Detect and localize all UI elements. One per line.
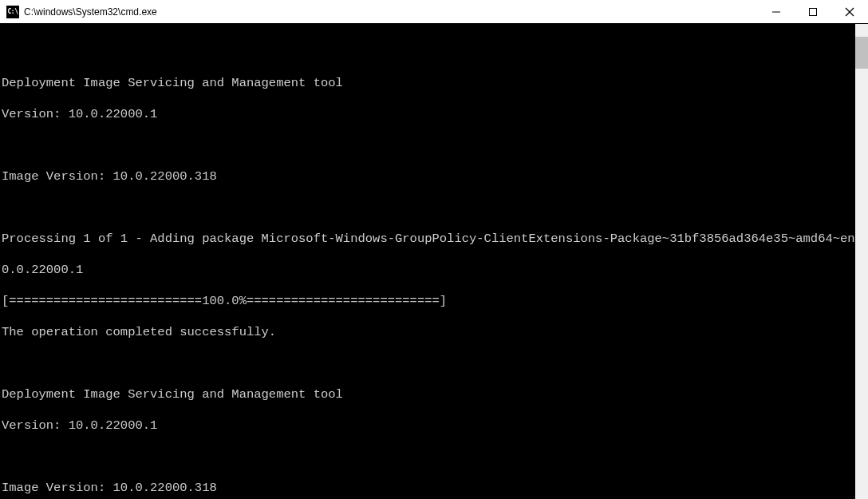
- scrollbar-thumb[interactable]: [855, 37, 868, 69]
- vertical-scrollbar[interactable]: [855, 24, 868, 499]
- terminal-output[interactable]: Deployment Image Servicing and Managemen…: [0, 24, 868, 499]
- image-version: Image Version: 10.0.22000.318: [2, 481, 868, 497]
- blank-line: [2, 449, 868, 465]
- window-title: C:\windows\System32\cmd.exe: [24, 6, 157, 18]
- blank-line: [2, 356, 868, 372]
- progress-bar: [==========================100.0%=======…: [2, 294, 868, 310]
- blank-line: [2, 138, 868, 154]
- processing-line: Processing 1 of 1 - Adding package Micro…: [2, 232, 868, 248]
- minimize-button[interactable]: [758, 0, 795, 24]
- blank-line: [2, 45, 868, 61]
- operation-success: The operation completed successfully.: [2, 325, 868, 341]
- image-version: Image Version: 10.0.22000.318: [2, 169, 868, 185]
- blank-line: [2, 200, 868, 216]
- minimize-icon: [772, 8, 780, 16]
- titlebar[interactable]: C:\ C:\windows\System32\cmd.exe: [0, 0, 868, 24]
- dism-heading: Deployment Image Servicing and Managemen…: [2, 76, 868, 92]
- maximize-icon: [809, 8, 817, 16]
- app-icon: C:\: [6, 6, 19, 18]
- svg-rect-1: [810, 8, 817, 15]
- dism-version: Version: 10.0.22000.1: [2, 418, 868, 434]
- dism-heading: Deployment Image Servicing and Managemen…: [2, 387, 868, 403]
- maximize-button[interactable]: [795, 0, 831, 24]
- dism-version: Version: 10.0.22000.1: [2, 107, 868, 123]
- processing-line-wrap: 0.0.22000.1: [2, 263, 868, 279]
- close-button[interactable]: [831, 0, 868, 24]
- close-icon: [845, 7, 854, 17]
